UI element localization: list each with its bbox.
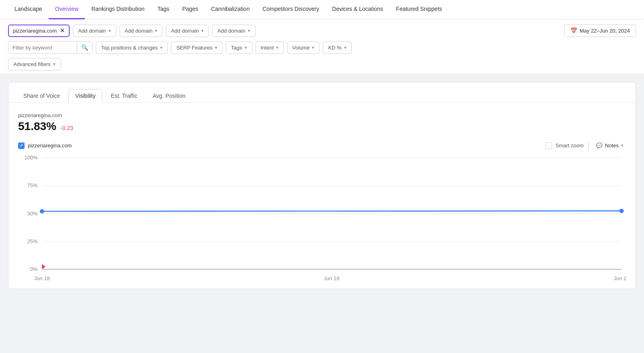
card-tabs: Share of Voice Visibility Est. Traffic A… (8, 83, 636, 103)
stat-value-row: 51.83% -0.23 (18, 120, 626, 133)
data-line-visibility (42, 211, 621, 211)
nav-item-landscape[interactable]: Landscape (8, 0, 49, 19)
add-domain-button-4[interactable]: Add domain ▾ (212, 25, 255, 37)
volume-filter[interactable]: Volume ▾ (287, 41, 320, 54)
chevron-down-icon: ▾ (53, 62, 56, 67)
chevron-down-icon: ▾ (621, 143, 623, 148)
visibility-card: Share of Voice Visibility Est. Traffic A… (8, 82, 636, 289)
legend-checkbox[interactable] (18, 142, 25, 149)
stat-domain-label: pizzeriaregina.com (18, 112, 626, 118)
intent-filter[interactable]: Intent ▾ (256, 41, 284, 54)
add-domain-button-2[interactable]: Add domain ▾ (120, 25, 163, 37)
add-domain-button-1[interactable]: Add domain ▾ (73, 25, 116, 37)
chevron-down-icon: ▾ (276, 45, 279, 50)
domain-pill[interactable]: pizzeriaregina.com ✕ (8, 25, 70, 37)
chevron-down-icon: ▾ (245, 45, 247, 50)
chevron-down-icon: ▾ (248, 28, 250, 33)
chevron-down-icon: ▾ (215, 45, 217, 50)
date-range-picker[interactable]: 📅 May 22–Jun 20, 2024 (564, 24, 636, 37)
calendar-icon: 📅 (570, 27, 577, 34)
nav-item-pages[interactable]: Pages (176, 0, 205, 19)
notes-label: Notes (605, 142, 619, 149)
notes-icon: 💬 (596, 142, 603, 149)
nav-item-cannibalization[interactable]: Cannibalization (204, 0, 256, 19)
toolbar: pizzeriaregina.com ✕ Add domain ▾ Add do… (0, 19, 644, 74)
y-label-25: 25% (27, 238, 38, 244)
nav-item-rankings-distribution[interactable]: Rankings Distribution (85, 0, 151, 19)
toolbar-row-domains: pizzeriaregina.com ✕ Add domain ▾ Add do… (8, 24, 636, 37)
card-body: pizzeriaregina.com 51.83% -0.23 pizzeria… (8, 103, 636, 289)
tab-share-of-voice[interactable]: Share of Voice (17, 89, 67, 103)
x-label-jun20: Jun 20 (614, 275, 626, 281)
smart-zoom-label: Smart zoom (555, 142, 584, 149)
toolbar-row-filters: 🔍 Top positions & changes ▾ SERP Feature… (8, 41, 636, 54)
domain-label: pizzeriaregina.com (13, 28, 57, 34)
chevron-down-icon: ▾ (201, 28, 204, 33)
keyword-filter-input[interactable] (8, 42, 77, 54)
y-label-100: 100% (24, 155, 37, 161)
smart-zoom-checkbox[interactable] (546, 142, 552, 149)
main-content: Share of Voice Visibility Est. Traffic A… (0, 74, 644, 297)
vertical-divider (588, 142, 589, 150)
toolbar-row-advanced: Advanced filters ▾ (8, 58, 636, 70)
legend-item-domain[interactable]: pizzeriaregina.com (18, 142, 72, 149)
nav-item-featured-snippets[interactable]: Featured Snippets (390, 0, 448, 19)
chart-right-controls: Smart zoom 💬 Notes ▾ (546, 141, 626, 150)
chevron-down-icon: ▾ (312, 45, 314, 50)
y-label-0: 0% (30, 266, 38, 272)
chevron-down-icon: ▾ (109, 28, 111, 33)
chevron-down-icon: ▾ (155, 28, 157, 33)
stat-change-value: -0.23 (60, 125, 73, 131)
tab-avg-position[interactable]: Avg. Position (146, 89, 192, 103)
legend-domain-label: pizzeriaregina.com (28, 142, 72, 149)
nav-item-overview[interactable]: Overview (49, 0, 85, 19)
chevron-down-icon: ▾ (344, 45, 347, 50)
chart-controls: pizzeriaregina.com Smart zoom 💬 Notes ▾ (18, 141, 626, 150)
data-line-end-dot (619, 209, 624, 213)
y-label-75: 75% (27, 182, 38, 188)
kd-percent-filter[interactable]: KD % ▾ (323, 41, 351, 54)
top-navigation: Landscape Overview Rankings Distribution… (0, 0, 644, 19)
flag-marker (42, 264, 45, 269)
x-label-jun18: Jun 18 (34, 275, 50, 281)
y-label-50: 50% (27, 211, 38, 217)
search-button[interactable]: 🔍 (77, 41, 92, 54)
advanced-filters-button[interactable]: Advanced filters ▾ (8, 58, 61, 70)
chevron-down-icon: ▾ (160, 45, 163, 50)
x-label-jun19: Jun 19 (324, 275, 339, 281)
nav-item-competitors-discovery[interactable]: Competitors Discovery (256, 0, 326, 19)
tab-visibility[interactable]: Visibility (68, 89, 102, 103)
nav-item-tags[interactable]: Tags (151, 0, 176, 19)
visibility-chart-svg: 100% 75% 50% 25% 0% Jun 18 Jun 19 (18, 153, 626, 282)
keyword-filter-wrap: 🔍 (8, 41, 93, 54)
top-positions-filter[interactable]: Top positions & changes ▾ (96, 41, 168, 54)
notes-button[interactable]: 💬 Notes ▾ (594, 141, 626, 150)
tab-est-traffic[interactable]: Est. Traffic (104, 89, 144, 103)
chart-area: 100% 75% 50% 25% 0% Jun 18 Jun 19 (18, 153, 626, 282)
serp-features-filter[interactable]: SERP Features ▾ (171, 41, 223, 54)
search-icon: 🔍 (81, 44, 88, 51)
smart-zoom-wrap: Smart zoom (546, 142, 584, 149)
tags-filter[interactable]: Tags ▾ (226, 41, 252, 54)
nav-item-devices-locations[interactable]: Devices & Locations (326, 0, 390, 19)
add-domain-button-3[interactable]: Add domain ▾ (166, 25, 209, 37)
stat-main-value: 51.83% (18, 120, 56, 133)
data-line-start-dot (40, 209, 44, 214)
date-range-label: May 22–Jun 20, 2024 (580, 28, 630, 34)
remove-domain-button[interactable]: ✕ (60, 28, 65, 33)
